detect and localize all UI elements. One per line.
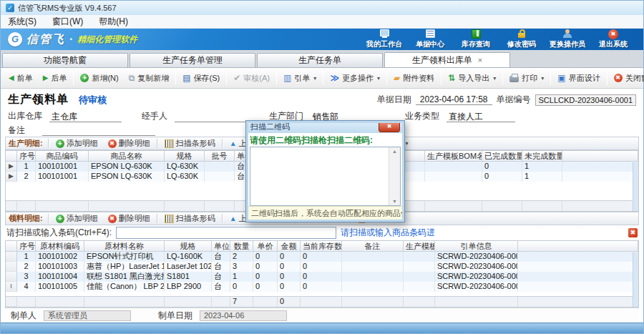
toolbar-save-button[interactable]: ▤保存(S) [177,69,225,87]
toolbar-folder-button[interactable]: ▰附件资料 [389,69,439,87]
total-cell [435,297,518,307]
tab-1[interactable]: 功能导航窗 [2,53,128,67]
material-delete-button[interactable]: ✖删除明细 [104,213,155,224]
table-row[interactable]: 3100101004联想 S1801 黑白激光打印机S1801台1000SCRW… [6,272,638,282]
toolbar-printer-button[interactable]: 打印▾ [504,69,549,87]
toolbar-plus-button[interactable]: +新增(N) [75,69,123,87]
product-section-label: 生产明细: [9,138,43,149]
section-separator [157,139,158,148]
menu-help[interactable]: 帮助(H) [99,16,128,28]
total-cell [342,297,404,307]
toolbar-layout-button[interactable]: ▣界面设计 [552,69,605,87]
lock-icon [516,29,527,39]
table-cell: 2 [230,252,253,262]
menu-system[interactable]: 系统(S) [8,16,36,28]
banner-lock-button[interactable]: 修改密码 [499,29,545,49]
create-date-field: 2023-04-06 [200,310,287,321]
toolbar-separator [175,72,176,85]
dialog-close-icon[interactable]: ✖ [379,122,400,132]
product-column-header: 商品名称 [89,151,165,162]
warehouse-field[interactable]: 主仓库 [49,111,122,122]
toolbar-close-button[interactable]: ✖关闭窗口 [609,69,644,87]
total-cell [17,201,36,211]
exit-icon: ✖ [608,29,618,39]
dialog-scrollbar[interactable]: ▲ ▼ [389,147,400,205]
banner-action-label: 单据中心 [416,39,444,49]
barcode-icon [165,215,174,223]
tab-4[interactable]: 生产领料出库单× [384,52,510,67]
tab-close-icon[interactable]: × [478,57,482,64]
material-total-row: 70 [6,296,638,307]
banner-book-button[interactable]: 库存查询 [453,29,499,49]
section-button-label: 添加明细 [67,213,98,224]
table-cell: 惠普（HP）LaserJet 1020 [84,262,165,272]
handler-field[interactable] [175,111,248,122]
scroll-up-icon[interactable]: ▲ [392,149,397,154]
table-row[interactable]: 2100101003惠普（HP）LaserJet 1020LaserJet 10… [6,262,638,272]
table-cell: 0 [253,262,278,272]
banner-actions: 我的工作台单据中心库存查询修改密码更换操作员✖退出系统 [361,29,636,49]
document-header: 生产领料单 待审核 单据日期 2023-04-06 17:58 单据编号 SCL… [5,89,639,109]
banner-list-button[interactable]: 单据中心 [407,29,453,49]
table-cell: 2 [17,262,36,272]
creator-field: 系统管理员 [44,310,131,321]
material-barcode-button[interactable]: 扫描条形码 [160,213,220,224]
qrcode-input[interactable] [250,147,389,205]
product-delete-button[interactable]: ✖删除明细 [104,138,155,149]
banner-monitor-button[interactable]: 我的工作台 [361,29,407,49]
product-scrollbar[interactable] [633,162,638,211]
total-cell [89,201,165,211]
material-scrollbar[interactable] [633,252,638,307]
toolbar-doc-button[interactable]: ▥引单▾ [278,69,321,87]
banner-user-button[interactable]: 更换操作员 [545,29,590,49]
printer-icon [509,76,519,82]
product-column-header: 序号 [17,151,36,162]
tab-2[interactable]: 生产任务单管理 [130,53,255,67]
table-cell: 0 [253,252,278,262]
table-row[interactable]: 1100101002EPSON针式打印机LQ-1600K台2000SCRWD-2… [6,252,638,262]
app-icon: ✓ [6,4,14,12]
table-cell [342,262,404,272]
toolbar-button-label: 更多操作 [342,73,374,84]
total-cell [165,201,205,211]
copy-icon: ⧉ [129,74,135,82]
table-cell: 0 [230,282,253,292]
total-cell [165,297,212,307]
product-barcode-button[interactable]: 扫描条形码 [160,138,220,149]
barcode-input[interactable] [116,227,336,239]
material-plus-button[interactable]: +添加明细 [52,213,102,224]
remark-field[interactable] [42,124,155,136]
table-cell: 4 [17,282,36,292]
table-cell: 0 [278,262,301,272]
table-cell: 1 [17,252,36,262]
toolbar-arrow-right-button[interactable]: ▶后单 [38,69,72,87]
status-badge: 待审核 [79,94,107,107]
toolbar-import-export-button[interactable]: ⇅导入导出▾ [443,69,501,87]
banner-exit-button[interactable]: ✖退出系统 [590,29,636,49]
material-column-header: 引单信息 [435,241,518,252]
toolbar-button-label: 界面设计 [569,73,600,84]
table-cell: SCRWD-20230406-0001 [435,262,518,272]
toolbar-arrow-left-button[interactable]: ◀前单 [4,69,38,87]
toolbar-copy-button[interactable]: ⧉复制新增 [124,69,175,87]
table-cell: 0 [301,272,342,282]
material-header-filler [518,241,638,252]
toolbar-chevrons-button[interactable]: ≫更多操作▾ [325,69,385,87]
product-plus-button[interactable]: +添加明细 [52,138,102,149]
barcode-icon [165,139,174,148]
total-cell: 7 [230,297,253,307]
dialog-prompt: 请使用二维码扫描枪扫描二维码: [250,134,401,147]
menu-window[interactable]: 窗口(W) [52,16,83,28]
table-cell: 台 [212,262,230,272]
total-cell [36,297,84,307]
table-cell: LQ-630K [165,162,205,172]
table-row[interactable]: I4100101005佳能（Canon） LBP 2900+ 黑白激LBP 29… [6,282,638,292]
chevron-down-icon: ▾ [377,75,380,82]
scroll-down-icon[interactable]: ▼ [392,199,397,204]
clear-barcode-icon[interactable]: ✖ [628,228,638,237]
doc-date-field[interactable]: 2023-04-06 17:58 [416,94,492,105]
table-cell [342,252,404,262]
biztype-field[interactable]: 直接人工 [447,111,515,122]
dialog-titlebar: 扫描二维码 ✖ [246,121,404,133]
tab-3[interactable]: 生产任务单 [257,53,383,67]
